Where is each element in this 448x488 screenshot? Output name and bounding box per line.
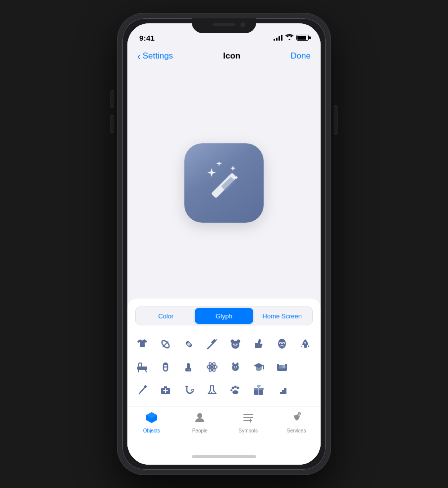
back-button[interactable]: ‹ Settings <box>137 51 173 61</box>
homescreen-tab[interactable]: Home Screen <box>253 308 311 324</box>
svg-rect-27 <box>304 345 307 348</box>
svg-rect-37 <box>188 369 190 370</box>
graduation-icon[interactable] <box>248 356 270 378</box>
status-time: 9:41 <box>139 34 155 42</box>
objects-tab-label: Objects <box>143 428 160 433</box>
power-button[interactable] <box>335 105 337 135</box>
svg-rect-29 <box>137 366 147 370</box>
thumbsup-icon[interactable] <box>248 333 270 355</box>
symbols-tab[interactable]: Symbols <box>224 411 273 433</box>
back-chevron-icon: ‹ <box>137 51 141 61</box>
svg-rect-1 <box>217 163 222 164</box>
people-tab-icon <box>193 411 206 426</box>
svg-line-5 <box>163 342 168 347</box>
signal-icon <box>274 35 282 41</box>
svg-point-13 <box>237 340 240 343</box>
paw-icon[interactable] <box>224 379 246 401</box>
syringe-icon[interactable] <box>201 333 223 355</box>
icon-preview-area <box>127 67 321 299</box>
svg-line-30 <box>138 370 139 372</box>
main-content: Color Glyph Home Screen <box>127 67 321 465</box>
segmented-control: Color Glyph Home Screen <box>135 306 313 325</box>
status-icons <box>274 34 309 42</box>
app-icon-preview <box>184 143 264 223</box>
svg-rect-50 <box>277 364 279 369</box>
back-label: Settings <box>143 51 173 61</box>
bandaid-icon[interactable] <box>178 333 200 355</box>
atom-icon[interactable] <box>201 356 223 378</box>
phone-wrapper: 9:41 <box>117 13 331 475</box>
services-tab-label: Services <box>287 428 306 433</box>
shirt-icon[interactable] <box>131 333 153 355</box>
capsule-icon[interactable] <box>155 356 176 378</box>
svg-point-15 <box>236 344 238 345</box>
volume-down-button[interactable] <box>111 115 113 133</box>
volume-up-button[interactable] <box>111 90 113 108</box>
svg-point-28 <box>304 342 306 344</box>
svg-point-22 <box>280 343 281 344</box>
services-tab-icon <box>290 411 303 426</box>
pill-icon[interactable] <box>155 333 176 355</box>
flask-icon[interactable] <box>201 379 223 401</box>
phone-frame: 9:41 <box>117 13 331 475</box>
services-tab[interactable]: Services <box>273 411 321 433</box>
camera <box>240 22 245 27</box>
alien-icon[interactable] <box>271 333 293 355</box>
home-indicator <box>127 448 321 465</box>
svg-point-64 <box>213 391 214 392</box>
svg-point-12 <box>231 340 234 343</box>
people-tab[interactable]: People <box>176 411 224 433</box>
bear-face-icon[interactable] <box>224 333 246 355</box>
speaker <box>213 23 235 26</box>
svg-rect-58 <box>165 388 166 393</box>
svg-point-43 <box>234 366 235 367</box>
nav-title: Icon <box>223 51 240 61</box>
empty-icon-2 <box>294 379 316 401</box>
svg-point-68 <box>230 389 232 391</box>
svg-point-65 <box>232 387 234 389</box>
battery-icon <box>296 35 309 41</box>
empty-icon-1 <box>294 356 316 378</box>
svg-line-53 <box>139 387 145 394</box>
bed-icon[interactable] <box>271 356 293 378</box>
symbols-tab-label: Symbols <box>239 428 258 433</box>
stairs-icon[interactable] <box>271 379 293 401</box>
svg-point-18 <box>235 345 236 346</box>
dog-icon[interactable] <box>224 356 246 378</box>
glyph-tab[interactable]: Glyph <box>195 308 253 324</box>
objects-tab-icon <box>145 411 158 426</box>
stethoscope-icon[interactable] <box>178 379 200 401</box>
svg-rect-52 <box>282 365 285 368</box>
svg-point-38 <box>211 366 214 368</box>
svg-point-45 <box>234 368 237 369</box>
svg-point-69 <box>232 390 238 394</box>
phone-screen: 9:41 <box>127 23 321 465</box>
svg-point-17 <box>234 345 235 346</box>
wifi-icon <box>285 34 293 42</box>
svg-rect-56 <box>164 386 167 388</box>
svg-point-66 <box>234 386 237 388</box>
svg-point-19 <box>278 339 286 349</box>
tab-bar: Objects People <box>127 407 321 448</box>
nav-bar: ‹ Settings Icon Done <box>127 45 321 67</box>
magic-wand-icon <box>199 158 249 208</box>
notch <box>192 18 256 33</box>
screwdriver-icon[interactable] <box>131 379 153 401</box>
color-tab[interactable]: Color <box>137 308 195 324</box>
svg-point-67 <box>237 387 239 389</box>
home-bar <box>192 455 256 458</box>
rocket-icon[interactable] <box>294 333 316 355</box>
bathtub-icon[interactable] <box>131 356 153 378</box>
objects-tab[interactable]: Objects <box>127 411 176 433</box>
icon-grid <box>127 333 321 407</box>
symbols-tab-icon <box>242 411 255 426</box>
done-button[interactable]: Done <box>290 51 311 61</box>
gift-icon[interactable] <box>248 379 270 401</box>
people-tab-label: People <box>192 428 208 433</box>
svg-line-31 <box>146 370 146 372</box>
svg-point-73 <box>197 413 202 418</box>
svg-point-16 <box>234 345 237 347</box>
medkit-icon[interactable] <box>155 379 176 401</box>
inhaler-icon[interactable] <box>178 356 200 378</box>
svg-rect-62 <box>210 385 214 386</box>
